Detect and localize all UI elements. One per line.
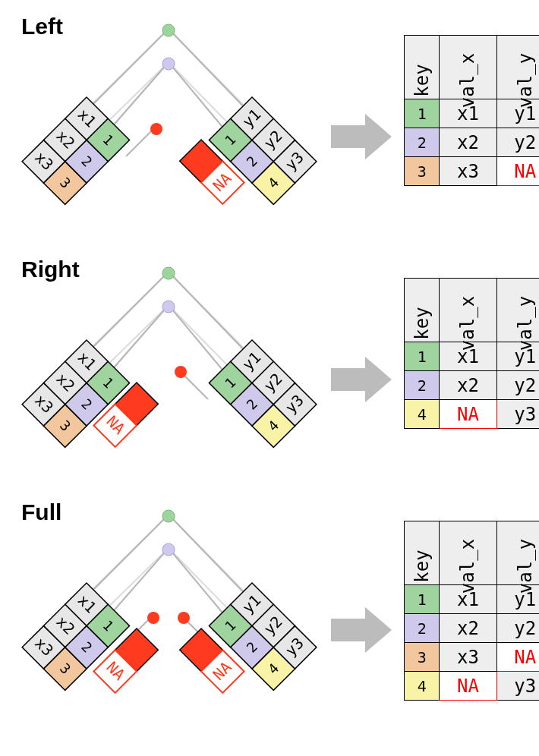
svg-line-84 bbox=[169, 548, 237, 618]
svg-point-51 bbox=[162, 301, 175, 313]
table-header-row: key val_x val_y bbox=[405, 279, 540, 342]
svg-line-46 bbox=[169, 272, 251, 357]
svg-point-94 bbox=[178, 612, 190, 624]
table-row: 4 NA y3 bbox=[405, 672, 540, 701]
svg-point-10 bbox=[162, 24, 175, 36]
table-row: 4 NA y3 bbox=[405, 400, 540, 429]
arrow-icon bbox=[331, 357, 392, 402]
table-row: 3 x3 NA bbox=[405, 157, 540, 186]
svg-line-45 bbox=[84, 272, 169, 357]
table-row: 2 x2 y2 bbox=[405, 614, 540, 643]
svg-line-88 bbox=[169, 548, 229, 621]
svg-point-12 bbox=[150, 123, 162, 135]
svg-point-92 bbox=[162, 543, 175, 556]
svg-point-91 bbox=[162, 510, 175, 522]
full-join-result-table: key val_x val_y 1 x1 y1 2 x2 y2 3 x3 NA … bbox=[404, 521, 539, 701]
svg-line-86 bbox=[169, 515, 251, 600]
svg-line-6 bbox=[169, 29, 251, 114]
right-join-diagram: x1 x2 x3 1 2 3 1 2 4 y1 y2 y3 NA bbox=[8, 250, 334, 463]
table-header-row: key val_x val_y bbox=[405, 521, 540, 585]
table-header-row: key val_x val_y bbox=[405, 36, 540, 99]
right-join-result-table: key val_x val_y 1 x1 y1 2 x2 y2 4 NA y3 bbox=[404, 278, 539, 429]
svg-point-93 bbox=[147, 612, 159, 624]
table-row: 2 x2 y2 bbox=[405, 371, 540, 400]
svg-line-4 bbox=[169, 62, 237, 132]
svg-point-52 bbox=[175, 366, 187, 378]
svg-marker-40 bbox=[331, 114, 392, 159]
svg-line-5 bbox=[84, 29, 169, 114]
arrow-icon bbox=[331, 607, 392, 653]
arrow-icon bbox=[331, 114, 392, 159]
svg-point-11 bbox=[162, 58, 175, 70]
svg-marker-80 bbox=[331, 357, 392, 402]
svg-line-9 bbox=[126, 128, 155, 156]
left-join-result-table: key val_x val_y 1 x1 y1 2 x2 y2 3 x3 NA bbox=[404, 35, 539, 186]
table-row: 3 x3 NA bbox=[405, 643, 540, 672]
svg-line-44 bbox=[169, 305, 237, 375]
svg-line-85 bbox=[84, 515, 169, 600]
left-join-diagram: x1 x2 x3 1 2 3 1 2 4 y1 y2 y3 NA bbox=[8, 8, 334, 220]
svg-point-50 bbox=[162, 267, 175, 279]
svg-marker-125 bbox=[331, 607, 392, 653]
svg-line-8 bbox=[169, 62, 229, 135]
full-join-diagram: x1 x2 x3 1 2 3 1 2 4 y1 y2 y3 NA NA bbox=[8, 493, 334, 721]
table-row: 2 x2 y2 bbox=[405, 128, 540, 157]
